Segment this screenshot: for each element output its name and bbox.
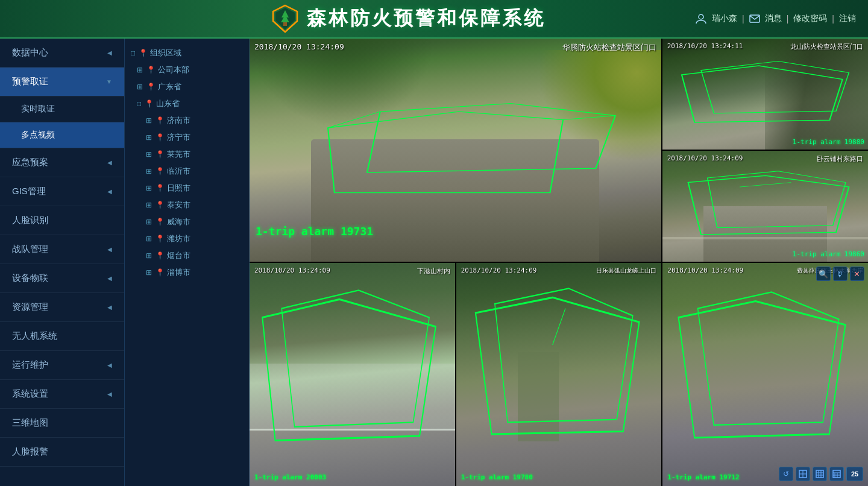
expand-icon-guangdong: ⊞	[137, 83, 143, 91]
tree-node-weihai[interactable]: ⊞ 📍 威海市	[125, 213, 249, 230]
cam-main-alarm: 1-trip alarm 19731	[256, 225, 373, 238]
sidebar-item-gis[interactable]: GIS管理 ◀	[0, 177, 124, 206]
cam-search-btn[interactable]: 🔍	[816, 267, 831, 281]
main-layout: 数据中心 ◀ 预警取证 ▼ 实时取证 多点视频 应急预案 ◀ GIS管理 ◀ 人…	[0, 39, 868, 486]
bottom-row: 2018/10/20 13:24:09 下滋山村内 1-trip alarm 2…	[250, 263, 868, 486]
mail-icon	[749, 14, 760, 23]
arrow-icon-5: ◀	[107, 188, 112, 195]
tree-node-zibo[interactable]: ⊞ 📍 淄博市	[125, 264, 249, 281]
tree-node-org[interactable]: □ 📍 组织区域	[125, 45, 249, 62]
sidebar-item-3dmap[interactable]: 三维地图	[0, 409, 124, 438]
right-column: 2018/10/20 13:24:11 龙山防火检查站景区门口 1-trip a…	[662, 39, 868, 262]
arrow-icon-7: ◀	[107, 246, 112, 253]
tree-node-guangdong[interactable]: ⊞ 📍 广东省	[125, 78, 249, 95]
header-title: 森林防火预警和保障系统	[307, 5, 546, 32]
video-wrapper: 2018/10/20 13:24:09 华腾防火站检查站景区门口 1-trip …	[250, 39, 868, 486]
svg-rect-6	[750, 15, 760, 22]
sidebar-item-face-alarm[interactable]: 人脸报警	[0, 438, 124, 467]
cam-br-alarm: 1-trip alarm 19712	[667, 473, 739, 481]
tree-node-yantai[interactable]: ⊞ 📍 烟台市	[125, 247, 249, 264]
sidebar-item-resources[interactable]: 资源管理 ◀	[0, 293, 124, 322]
expand-icon-yantai: ⊞	[146, 251, 152, 260]
expand-icon-taian: ⊞	[146, 201, 152, 209]
tree-panel: □ 📍 组织区域 ⊞ 📍 公司本部 ⊞ 📍 广东省 □ 📍 山东省 ⊞	[125, 39, 250, 486]
sidebar-item-devices[interactable]: 设备物联 ◀	[0, 264, 124, 293]
tree-node-taian[interactable]: ⊞ 📍 泰安市	[125, 197, 249, 213]
loc-icon-laiwu: 📍	[156, 150, 165, 159]
header-change-pwd[interactable]: 修改密码	[793, 13, 827, 24]
tree-node-laiwu[interactable]: ⊞ 📍 莱芜市	[125, 146, 249, 163]
cam-bl-alarm: 1-trip alarm 20003	[254, 473, 326, 481]
bottom-toolbar: ↺ 25	[779, 467, 863, 481]
cam-mic-btn[interactable]: 🎙	[833, 267, 848, 281]
expand-icon-company: ⊞	[137, 66, 143, 74]
sidebar-item-realtime[interactable]: 实时取证	[0, 96, 124, 122]
cam-main-timestamp: 2018/10/20 13:24:09	[254, 42, 344, 51]
camera-bm[interactable]: 2018/10/20 13:24:09 日乐县弧山龙嵯上山口 1-trip al…	[456, 263, 662, 486]
cam-tr1-alarm: 1-trip alarm 19880	[793, 138, 864, 146]
expand-icon-weifang: ⊞	[146, 235, 152, 243]
header-user[interactable]: 瑞小森	[712, 13, 737, 24]
divider-3: |	[832, 14, 834, 24]
loc-icon-weihai: 📍	[156, 218, 165, 226]
loc-icon-shandong: 📍	[145, 99, 154, 108]
sidebar-item-warning[interactable]: 预警取证 ▼	[0, 68, 124, 96]
cam-tr1-timestamp: 2018/10/20 13:24:11	[667, 42, 743, 50]
header-center: 森林防火预警和保障系统	[121, 4, 695, 33]
svg-rect-26	[816, 470, 823, 478]
expand-icon-jining: ⊞	[146, 133, 152, 142]
expand-icon-zibo: ⊞	[146, 268, 152, 277]
loc-icon-taian: 📍	[156, 201, 165, 209]
camera-br[interactable]: 2018/10/20 13:24:09 费县薛庄镇王林水库西岸 1-trip a…	[662, 263, 868, 486]
refresh-btn[interactable]: ↺	[779, 467, 793, 481]
camera-tr2[interactable]: 2018/10/20 13:24:09 卧云铺村东路口 1-trip alarm…	[662, 151, 868, 262]
tree-node-company[interactable]: ⊞ 📍 公司本部	[125, 62, 249, 78]
layout2-btn[interactable]	[813, 467, 827, 481]
cam-bl-timestamp: 2018/10/20 13:24:09	[254, 267, 330, 274]
cam-bl-title: 下滋山村内	[417, 267, 450, 276]
arrow-icon-8: ◀	[107, 275, 112, 282]
cam-bm-alarm: 1-trip alarm 19780	[461, 473, 533, 481]
sidebar-item-maintenance[interactable]: 运行维护 ◀	[0, 351, 124, 380]
header-messages[interactable]: 消息	[765, 13, 782, 24]
camera-main[interactable]: 2018/10/20 13:24:09 华腾防火站检查站景区门口 1-trip …	[250, 39, 661, 262]
sidebar-item-multiview[interactable]: 多点视频	[0, 122, 124, 148]
cam-close-btn[interactable]: ✕	[850, 267, 864, 281]
camera-tr1[interactable]: 2018/10/20 13:24:11 龙山防火检查站景区门口 1-trip a…	[662, 39, 868, 150]
loc-icon-rizhao: 📍	[156, 184, 165, 192]
sidebar-item-settings[interactable]: 系统设置 ◀	[0, 380, 124, 409]
loc-icon-weifang: 📍	[156, 235, 165, 243]
tree-node-jining[interactable]: ⊞ 📍 济宁市	[125, 129, 249, 146]
arrow-icon-12: ◀	[107, 391, 112, 397]
loc-icon-org: 📍	[139, 49, 148, 57]
sidebar-item-face[interactable]: 人脸识别	[0, 206, 124, 235]
sidebar-item-team[interactable]: 战队管理 ◀	[0, 235, 124, 264]
expand-icon-laiwu: ⊞	[146, 150, 152, 159]
logo-icon	[271, 4, 300, 33]
arrow-icon-1: ▼	[106, 78, 112, 85]
tree-node-jinan[interactable]: ⊞ 📍 济南市	[125, 112, 249, 129]
loc-icon-jining: 📍	[156, 133, 165, 142]
cam-tr2-timestamp: 2018/10/20 13:24:09	[667, 154, 743, 162]
arrow-icon-11: ◀	[107, 362, 112, 368]
loc-icon-linyi: 📍	[156, 167, 165, 175]
fullscreen-btn[interactable]: 25	[846, 467, 863, 481]
divider-2: |	[787, 14, 789, 24]
camera-bl[interactable]: 2018/10/20 13:24:09 下滋山村内 1-trip alarm 2…	[250, 263, 455, 486]
tree-node-linyi[interactable]: ⊞ 📍 临沂市	[125, 163, 249, 180]
tree-node-rizhao[interactable]: ⊞ 📍 日照市	[125, 180, 249, 197]
tree-node-shandong[interactable]: □ 📍 山东省	[125, 95, 249, 112]
expand-icon-org: □	[131, 49, 135, 57]
arrow-icon-0: ◀	[107, 49, 112, 56]
layout1-btn[interactable]	[796, 467, 810, 481]
cam-bm-title: 日乐县弧山龙嵯上山口	[596, 267, 656, 275]
layout3-btn[interactable]	[829, 467, 844, 481]
loc-icon-company: 📍	[146, 66, 156, 74]
cam-tr2-alarm: 1-trip alarm 19860	[793, 250, 864, 258]
tree-node-weifang[interactable]: ⊞ 📍 潍坊市	[125, 230, 249, 247]
sidebar-item-drone[interactable]: 无人机系统	[0, 322, 124, 351]
header-logout[interactable]: 注销	[839, 13, 856, 24]
sidebar-item-data-center[interactable]: 数据中心 ◀	[0, 39, 124, 68]
svg-point-5	[699, 14, 703, 19]
sidebar-item-emergency[interactable]: 应急预案 ◀	[0, 148, 124, 177]
